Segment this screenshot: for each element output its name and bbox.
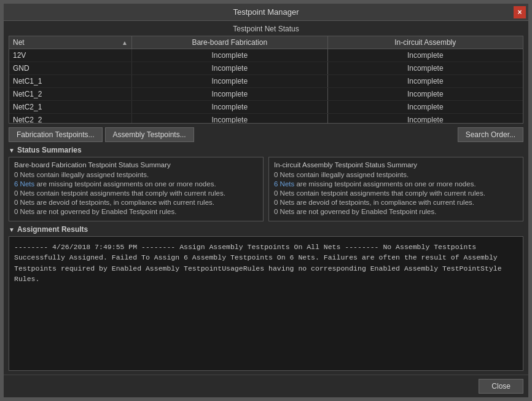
net-cell: 12V — [9, 49, 132, 62]
ica-cell: Incomplete — [328, 75, 523, 87]
table-row: NetC1_1 Incomplete Incomplete — [9, 75, 523, 88]
ica-summary-title: In-circuit Assembly Testpoint Status Sum… — [274, 161, 518, 169]
window-title: Testpoint Manager — [233, 7, 299, 17]
table-row: NetC2_1 Incomplete Incomplete — [9, 101, 523, 114]
ica-item-0: 0 Nets contain illegally assigned testpo… — [274, 171, 518, 178]
fab-cell: Incomplete — [132, 101, 328, 113]
net-cell: GND — [9, 62, 132, 74]
fab-summary-title: Bare-board Fabrication Testpoint Status … — [14, 161, 258, 169]
net-cell: NetC1_1 — [9, 75, 132, 87]
ica-item-1: 6 Nets are missing testpoint assignments… — [274, 180, 518, 188]
fab-cell: Incomplete — [132, 75, 328, 87]
status-summaries-header: ▼ Status Summaries — [9, 146, 523, 154]
assignment-results-section: ▼ Assignment Results -------- 4/26/2018 … — [9, 225, 523, 371]
collapse-arrow-icon: ▼ — [9, 147, 15, 154]
assembly-testpoints-button[interactable]: Assembly Testpoints... — [105, 127, 194, 142]
net-table-header: Net ▲ Bare-board Fabrication In-circuit … — [9, 36, 523, 49]
assignment-results-header: ▼ Assignment Results — [9, 225, 523, 234]
ica-cell: Incomplete — [328, 101, 523, 113]
net-cell: NetC2_2 — [9, 114, 132, 123]
fab-cell: Incomplete — [132, 114, 328, 123]
fab-cell: Incomplete — [132, 88, 328, 100]
table-row: 12V Incomplete Incomplete — [9, 49, 523, 62]
ica-cell: Incomplete — [328, 62, 523, 74]
summaries-row: Bare-board Fabrication Testpoint Status … — [9, 157, 523, 221]
col-header-net: Net ▲ — [9, 36, 132, 49]
ica-cell: Incomplete — [328, 114, 523, 123]
dialog-footer: Close — [4, 375, 528, 397]
ica-item-4: 0 Nets are not governed by Enabled Testp… — [274, 208, 518, 215]
fab-item-1: 6 Nets are missing testpoint assignments… — [14, 180, 258, 188]
assignment-collapse-arrow-icon: ▼ — [9, 226, 15, 233]
action-buttons-row: Fabrication Testpoints... Assembly Testp… — [9, 127, 523, 142]
fabrication-testpoints-button[interactable]: Fabrication Testpoints... — [9, 127, 103, 142]
fab-item-2: 0 Nets contain testpoint assignments tha… — [14, 189, 258, 197]
ica-cell: Incomplete — [328, 88, 523, 100]
ica-cell: Incomplete — [328, 49, 523, 62]
fab-cell: Incomplete — [132, 49, 328, 62]
ica-item-2: 0 Nets contain testpoint assignments tha… — [274, 189, 518, 197]
net-table-body: 12V Incomplete Incomplete GND Incomplete… — [9, 49, 523, 123]
close-dialog-button[interactable]: Close — [479, 379, 523, 394]
dialog-content: Testpoint Net Status Net ▲ Bare-board Fa… — [4, 21, 528, 375]
col-header-ica: In-circuit Assembly — [328, 36, 523, 49]
dialog-window: Testpoint Manager × Testpoint Net Status… — [3, 3, 529, 398]
window-close-button[interactable]: × — [514, 6, 526, 18]
col-header-fab: Bare-board Fabrication — [132, 36, 328, 49]
ica-item-3: 0 Nets are devoid of testpoints, in comp… — [274, 199, 518, 206]
net-cell: NetC2_1 — [9, 101, 132, 113]
table-row: NetC1_2 Incomplete Incomplete — [9, 88, 523, 101]
assignment-log[interactable]: -------- 4/26/2018 7:49:55 PM -------- A… — [9, 236, 523, 371]
fab-highlight-link[interactable]: 6 Nets — [14, 180, 34, 188]
fab-cell: Incomplete — [132, 62, 328, 74]
ica-summary-box: In-circuit Assembly Testpoint Status Sum… — [268, 157, 523, 221]
table-row: GND Incomplete Incomplete — [9, 62, 523, 75]
search-order-button[interactable]: Search Order... — [458, 127, 523, 142]
title-bar: Testpoint Manager × — [4, 4, 528, 21]
net-status-section-label: Testpoint Net Status — [9, 25, 523, 33]
fab-summary-box: Bare-board Fabrication Testpoint Status … — [9, 157, 264, 221]
net-status-table: Net ▲ Bare-board Fabrication In-circuit … — [9, 36, 523, 124]
fab-item-0: 0 Nets contain illegally assigned testpo… — [14, 171, 258, 178]
table-row: NetC2_2 Incomplete Incomplete — [9, 114, 523, 123]
ica-highlight-link[interactable]: 6 Nets — [274, 180, 294, 188]
fab-item-3: 0 Nets are devoid of testpoints, in comp… — [14, 199, 258, 206]
sort-arrow-icon: ▲ — [122, 39, 128, 46]
net-cell: NetC1_2 — [9, 88, 132, 100]
fab-item-4: 0 Nets are not governed by Enabled Testp… — [14, 208, 258, 215]
